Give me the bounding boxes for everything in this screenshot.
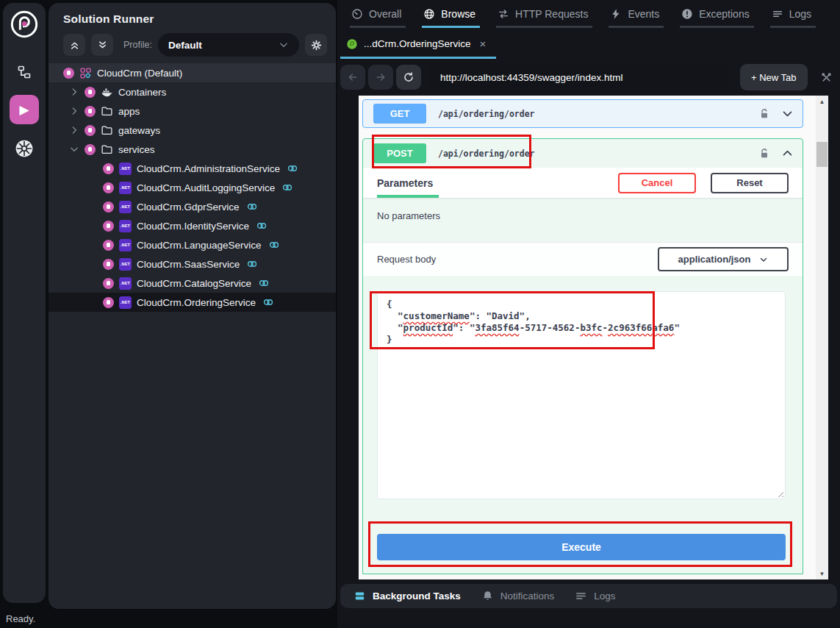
editor-line: { [387,299,776,310]
rail-solution-explorer-button[interactable] [10,58,38,86]
bottombar-item-logs[interactable]: Logs [575,590,615,602]
scrollbar-thumb[interactable] [816,142,828,167]
dotnet-icon: .NET [119,239,132,251]
refresh-button[interactable] [396,65,421,90]
content-type-select[interactable]: application/json [658,247,789,271]
tab-logs[interactable]: Logs [770,7,816,28]
chevron-right-icon[interactable] [69,125,79,135]
rail-run-button[interactable]: ▶ [10,95,39,124]
tab-label: Overall [369,8,401,20]
forward-button[interactable] [368,65,393,90]
tree-item-cloudcrm-gdprservice[interactable]: .NETCloudCrm.GdprService [49,197,336,216]
collapse-chevron-up-icon[interactable] [781,147,794,160]
collapse-all-button[interactable] [63,34,85,56]
activity-bar: ▶ [3,3,46,603]
chevron-right-icon[interactable] [69,87,79,97]
browser-tab-ordering-service[interactable]: ...dCrm.OrderingService × [340,35,496,59]
tree-item-label: CloudCrm (Default) [97,68,182,79]
chevron-right-icon[interactable] [69,106,79,116]
solution-icon [79,67,92,79]
bottombar-item-notifications[interactable]: Notifications [481,590,555,602]
get-method-badge[interactable]: GET [373,104,426,124]
back-button[interactable] [340,65,365,90]
reset-button[interactable]: Reset [711,173,789,193]
rail-kubernetes-button[interactable] [10,135,38,163]
scroll-up-arrow-icon[interactable]: ▲ [816,96,828,107]
expand-chevron-down-icon[interactable] [781,107,794,120]
tree-view-icon [17,65,32,79]
editor-line: "productId": "3fa85f64-5717-4562-b3fc-2c… [387,322,776,334]
tree-item-label: CloudCrm.AdministrationService [137,163,280,174]
link-icon [281,182,293,193]
gauge-icon [351,8,363,20]
tree-item-cloudcrm-auditloggingservice[interactable]: .NETCloudCrm.AuditLoggingService [49,178,336,197]
tab-overall[interactable]: Overall [350,7,406,28]
tree-item-apps[interactable]: apps [49,101,336,121]
bell-icon [481,590,494,602]
scroll-down-arrow-icon[interactable]: ▼ [816,568,828,579]
bottombar-item-background-tasks[interactable]: Background Tasks [353,590,461,602]
play-icon: ▶ [19,102,29,118]
bottombar-item-label: Notifications [500,590,555,602]
link-icon [256,220,268,232]
request-body-editor[interactable]: { "customerName": "David", "productId": … [377,291,786,499]
tree-item-services[interactable]: services [49,140,336,159]
stop-circle-icon [103,221,114,232]
execute-button[interactable]: Execute [377,534,786,560]
expand-all-button[interactable] [91,34,113,56]
dotnet-icon: .NET [119,163,132,175]
browser-tab-title: ...dCrm.OrderingService [364,38,471,49]
profile-value: Default [168,40,202,51]
tree-item-cloudcrm-languageservice[interactable]: .NETCloudCrm.LanguageService [49,235,336,254]
arrow-left-icon [347,71,359,83]
tree-item-cloudcrm-orderingservice[interactable]: .NETCloudCrm.OrderingService [49,293,336,312]
folder-icon [101,143,113,156]
gear-icon [311,40,322,51]
resize-handle[interactable] [776,490,783,497]
parameters-tab[interactable]: Parameters [377,168,433,198]
execute-section: Execute [363,515,803,560]
cancel-button[interactable]: Cancel [618,173,696,193]
browser-tools-button[interactable] [815,66,837,88]
post-endpoint-path: /api/ordering/order [438,149,535,159]
app-logo-icon [10,10,39,39]
tree-item-cloudcrm-administrationservice[interactable]: .NETCloudCrm.AdministrationService [49,159,336,178]
tools-icon [820,71,833,84]
tab-events[interactable]: Events [609,7,664,28]
profile-dropdown[interactable]: Default [158,33,299,57]
tab-browse[interactable]: Browse [422,7,480,28]
tasks-icon [353,590,366,602]
profile-label: Profile: [123,40,152,50]
tree-item-label: CloudCrm.IdentityService [137,221,249,232]
tree-item-containers[interactable]: Containers [49,82,336,101]
lines-icon [772,8,783,20]
stop-circle-icon [103,201,114,213]
tree-item-cloudcrm-catalogservice[interactable]: .NETCloudCrm.CatalogService [49,274,336,293]
chevron-down-icon[interactable] [69,144,79,154]
tab-http-requests[interactable]: HTTP Requests [496,7,592,28]
lines-icon [575,590,587,602]
stop-circle-icon [85,106,96,117]
tree-item-cloudcrm-saasservice[interactable]: .NETCloudCrm.SaasService [49,254,336,274]
tab-label: Exceptions [699,8,749,20]
unlock-icon [758,108,770,120]
browser-toolbar: + New Tab [340,64,837,90]
new-tab-button[interactable]: + New Tab [740,64,808,90]
tab-label: HTTP Requests [515,8,588,20]
tree-item-label: CloudCrm.AuditLoggingService [137,182,275,193]
tab-exceptions[interactable]: Exceptions [680,7,753,28]
stop-circle-icon [85,87,96,98]
request-body-label: Request body [377,254,436,265]
swagger-get-endpoint[interactable]: GET /api/ordering/order [362,99,803,128]
close-tab-icon[interactable]: × [480,38,487,50]
tree-item-gateways[interactable]: gateways [49,121,336,140]
url-input[interactable] [428,64,728,90]
post-method-badge[interactable]: POST [373,143,426,163]
folder-icon [101,124,113,137]
settings-button[interactable] [305,34,327,56]
tree-item-cloudcrm-default[interactable]: CloudCrm (Default) [49,63,336,82]
tree-item-cloudcrm-identityservice[interactable]: .NETCloudCrm.IdentityService [49,216,336,235]
solution-tree: CloudCrm (Default)Containersappsgateways… [49,63,336,312]
post-endpoint-header[interactable]: POST /api/ordering/order [363,139,803,168]
browser-scrollbar[interactable]: ▲ ▼ [816,96,828,579]
